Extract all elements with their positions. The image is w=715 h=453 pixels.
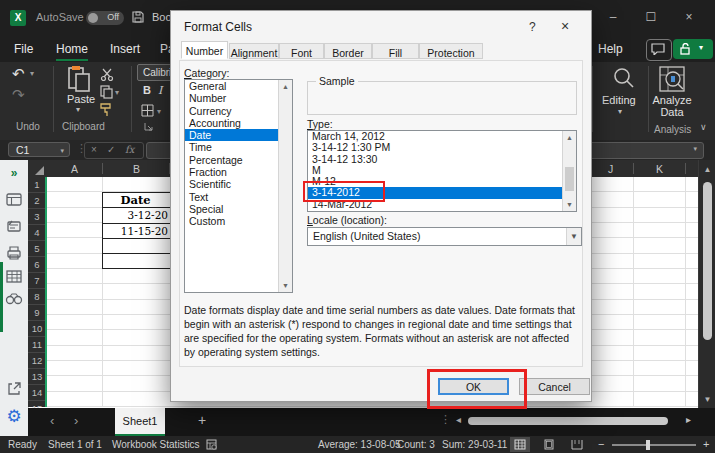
dialog-tab-border[interactable]: Border [324,43,372,59]
zoom-slider-knob[interactable] [646,440,650,450]
zoom-in-button[interactable]: + [703,438,709,450]
splitter-dots-icon[interactable]: ⋮ [440,413,451,426]
paste-label[interactable]: Paste [62,93,100,105]
category-item[interactable]: Accounting [185,117,292,129]
status-average[interactable]: Average: 13-08-05 [318,439,401,450]
cut-icon[interactable] [100,68,114,81]
category-item[interactable]: Custom [185,215,292,227]
dialog-tab-fill[interactable]: Fill [372,43,419,59]
column-header-b[interactable]: B [133,163,140,175]
borders-chevron-icon[interactable]: ▾ [157,107,161,116]
autosave-toggle[interactable]: Off [86,11,124,25]
open-external-icon[interactable] [7,382,21,396]
cancel-button[interactable]: Cancel [519,378,590,395]
category-item[interactable]: Number [185,92,292,104]
column-header-j[interactable]: J [608,163,613,175]
expand-panel-icon[interactable]: » [0,166,28,180]
window-close-button[interactable]: × [680,10,698,24]
name-box[interactable]: C1 ▾ [8,142,70,157]
cell-b2[interactable]: Date [103,193,170,208]
type-item[interactable]: 3-14-12 1:30 PM [308,142,576,153]
undo-icon[interactable]: ↶ [12,65,25,83]
status-sum[interactable]: Sum: 29-03-11 [442,439,507,450]
next-sheet-icon[interactable]: › [74,413,78,428]
category-item[interactable]: Time [185,141,292,153]
category-item[interactable]: Scientific [185,178,292,190]
clipboard-launcher-icon[interactable] [144,122,153,131]
comments-button[interactable] [646,39,672,61]
editing-label[interactable]: Editing [602,94,636,106]
category-item[interactable]: Fraction [185,166,292,178]
tab-insert[interactable]: Insert [110,42,140,56]
dialog-help-button[interactable]: ? [529,20,536,34]
formula-expand-chevron-icon[interactable]: ▾ [693,145,697,153]
row-header[interactable]: 8 [28,289,46,305]
row-header[interactable]: 14 [28,385,46,401]
scroll-up-icon[interactable]: ▲ [699,165,715,174]
row-header[interactable]: 6 [28,257,46,273]
tab-home[interactable]: Home [56,42,88,61]
vertical-scroll-thumb[interactable] [703,182,712,340]
row-header[interactable]: 11 [28,337,46,353]
table-panel-icon[interactable] [6,193,22,206]
formula-cancel-icon[interactable]: × [91,144,97,155]
dialog-close-button[interactable]: × [561,18,569,34]
hscroll-right-icon[interactable]: ▸ [686,414,691,425]
category-scrollbar[interactable]: ▲ ▼ [278,80,292,292]
analyze-data-label-2[interactable]: Data [652,106,692,118]
settings-gear-icon[interactable]: ⚙ [0,406,28,427]
scroll-down-icon[interactable]: ▼ [563,201,576,208]
print-panel-icon[interactable] [6,246,22,260]
column-header-a[interactable]: A [71,163,78,175]
save-icon[interactable] [131,10,145,24]
status-sheet-count[interactable]: Sheet 1 of 1 [48,439,102,450]
tab-help[interactable]: Help [598,42,623,56]
row-header[interactable]: 1 [28,177,46,193]
scroll-down-icon[interactable]: ▼ [279,282,292,289]
tab-file[interactable]: File [14,42,33,56]
row-header[interactable]: 7 [28,273,46,289]
form-panel-icon[interactable] [6,220,22,233]
insert-function-icon[interactable]: fx [125,144,134,155]
locale-dropdown[interactable]: English (United States) ▼ [307,227,582,246]
scroll-down-icon[interactable]: ▼ [699,395,715,404]
scroll-up-icon[interactable]: ▲ [563,134,576,141]
cell-b6[interactable] [103,254,170,268]
bold-button[interactable]: B [143,84,151,96]
row-header[interactable]: 2 [28,193,46,209]
view-page-layout-button[interactable] [539,437,559,452]
column-header-k[interactable]: K [656,163,663,175]
paste-icon[interactable] [66,65,92,93]
copy-icon[interactable] [100,85,113,99]
redo-icon[interactable]: ↷ [12,86,25,104]
grid-panel-icon[interactable] [6,270,22,283]
view-page-break-button[interactable] [567,437,587,452]
row-header[interactable]: 12 [28,353,46,369]
category-item[interactable]: Currency [185,105,292,117]
row-header[interactable]: 9 [28,305,46,321]
copy-chevron-icon[interactable]: ▾ [115,88,119,97]
cell-b5[interactable] [103,239,170,254]
share-button[interactable]: ▾ [673,39,713,59]
minimize-button[interactable]: – [604,10,622,24]
row-header[interactable]: 13 [28,369,46,385]
row-header[interactable]: 10 [28,321,46,337]
type-item[interactable]: M [308,165,576,176]
zoom-out-button[interactable]: − [598,438,604,450]
add-sheet-button[interactable]: + [198,412,206,428]
view-normal-button[interactable] [510,437,530,452]
type-item[interactable]: 3-14-12 13:30 [308,154,576,165]
category-item[interactable]: Text [185,191,292,203]
format-painter-icon[interactable] [99,103,114,117]
italic-button[interactable]: I [158,84,162,97]
paste-chevron-icon[interactable]: ▾ [76,105,80,114]
type-scrollbar[interactable]: ▲ ▼ [562,131,576,211]
category-item[interactable]: Percentage [185,154,292,166]
category-item-selected[interactable]: Date [185,129,292,141]
category-item[interactable]: General [185,80,292,92]
locale-chevron-icon[interactable]: ▼ [566,228,581,245]
sheet-tab-sheet1[interactable]: Sheet1 [115,408,165,436]
scroll-up-icon[interactable]: ▲ [279,83,292,90]
dialog-tab-alignment[interactable]: Alignment [229,43,279,59]
horizontal-scroll-thumb[interactable] [468,417,668,425]
